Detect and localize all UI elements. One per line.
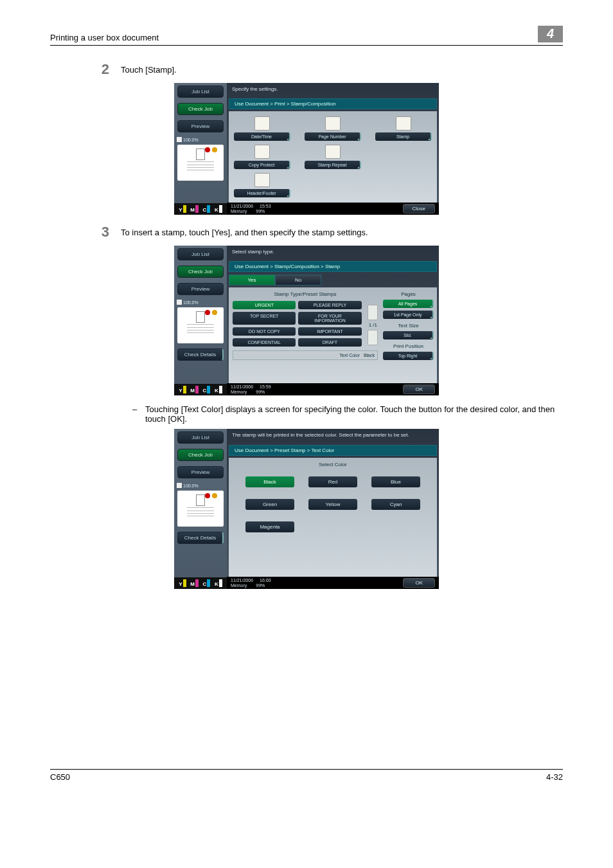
no-button[interactable]: No: [275, 275, 321, 285]
instruction-text: The stamp will be printed in the selecte…: [227, 429, 439, 445]
breadcrumb: Use Document > Stamp/Composition > Stamp: [229, 261, 437, 272]
step-text: Touch [Stamp].: [121, 61, 563, 75]
preview-dot-red: [205, 147, 210, 152]
zoom-icon: [177, 483, 182, 488]
footer-model: C650: [50, 772, 70, 782]
preview-thumbnail: [177, 491, 224, 527]
step-number: 2: [50, 61, 121, 78]
preview-button[interactable]: Preview: [177, 120, 224, 132]
footer-mem-value: 99%: [256, 583, 265, 588]
job-list-button[interactable]: Job List: [177, 86, 224, 98]
footer-mem-value: 99%: [256, 390, 265, 395]
print-position-button[interactable]: Top Right: [383, 352, 434, 360]
footer-mem-label: Memory: [231, 583, 247, 588]
page-down-button[interactable]: [368, 330, 378, 345]
preview-button[interactable]: Preview: [177, 283, 224, 295]
footer-date: 11/21/2006: [231, 578, 253, 583]
preset-urgent[interactable]: URGENT: [233, 301, 296, 309]
panel-stamp-settings: Job List Check Job Preview 100.0% Check …: [174, 246, 439, 395]
preset-confidential[interactable]: CONFIDENTIAL: [233, 338, 296, 347]
text-color-label: Text Color: [339, 353, 360, 357]
text-size-button[interactable]: Std.: [383, 331, 434, 339]
copyprotect-icon: [254, 145, 270, 159]
preview-dot-yellow: [212, 147, 217, 152]
footer-time: 16:00: [260, 578, 271, 583]
print-position-heading: Print Position: [383, 343, 434, 349]
color-cyan-button[interactable]: Cyan: [371, 499, 420, 510]
preset-topsecret[interactable]: TOP SECRET: [233, 312, 296, 325]
preset-important[interactable]: IMPORTANT: [298, 327, 361, 336]
text-color-value: Black: [364, 353, 375, 357]
ok-button[interactable]: OK: [403, 384, 435, 394]
select-color-heading: Select Color: [229, 458, 437, 470]
headerfooter-button[interactable]: Header/Footer: [234, 189, 290, 197]
preset-donotcopy[interactable]: DO NOT COPY: [233, 327, 296, 336]
footer-page-number: 4-32: [546, 772, 563, 782]
color-blue-button[interactable]: Blue: [371, 476, 420, 487]
color-black-button[interactable]: Black: [245, 476, 294, 487]
datetime-icon: [254, 116, 270, 131]
check-job-button[interactable]: Check Job: [177, 449, 224, 461]
pagenumber-icon: [325, 116, 341, 131]
preview-button[interactable]: Preview: [177, 466, 224, 478]
text-color-row: Text Color Black: [233, 350, 378, 360]
step-2: 2 Touch [Stamp].: [50, 61, 563, 78]
page-up-button[interactable]: [368, 305, 378, 320]
zoom-icon: [177, 300, 182, 305]
panel-footer: 11/21/200615:53 Memory99% Close: [227, 203, 439, 215]
check-job-button[interactable]: Check Job: [177, 103, 224, 115]
stamprepeat-button[interactable]: Stamp Repeat: [305, 161, 361, 169]
stamp-type-heading: Stamp Type/Preset Stamps: [230, 289, 380, 298]
page-header-title: Printing a user box document: [50, 33, 159, 42]
all-pages-button[interactable]: All Pages: [383, 300, 434, 308]
footer-date: 11/21/2006: [231, 204, 253, 209]
toner-levels: Y M C K: [174, 384, 227, 395]
pagenumber-button[interactable]: Page Number: [305, 132, 361, 141]
text-size-heading: Text Size: [383, 323, 434, 329]
toner-levels: Y M C K: [174, 577, 227, 589]
first-page-only-button[interactable]: 1st Page Only: [383, 311, 434, 319]
footer-time: 15:59: [260, 384, 271, 390]
datetime-button[interactable]: Date/Time: [234, 132, 290, 141]
check-details-button[interactable]: Check Details: [177, 348, 224, 361]
footer-mem-label: Memory: [231, 390, 247, 395]
pages-heading: Pages: [383, 291, 434, 297]
preview-page-icon: [196, 149, 205, 160]
zoom-indicator: 100.0%: [177, 137, 224, 142]
substep-text-color: – Touching [Text Color] displays a scree…: [132, 404, 563, 424]
stamp-button[interactable]: Stamp: [375, 132, 432, 141]
step-3: 3 To insert a stamp, touch [Yes], and th…: [50, 224, 563, 240]
footer-mem-value: 99%: [256, 209, 265, 214]
job-list-button[interactable]: Job List: [177, 248, 224, 260]
panel-stamp-composition: Job List Check Job Preview 100.0% Y: [174, 83, 439, 215]
color-yellow-button[interactable]: Yellow: [308, 499, 357, 510]
zoom-value: 100.0%: [183, 138, 199, 142]
check-details-button[interactable]: Check Details: [177, 532, 224, 544]
breadcrumb: Use Document > Preset Stamp > Text Color: [229, 445, 437, 456]
ok-button[interactable]: OK: [403, 578, 435, 588]
check-job-button[interactable]: Check Job: [177, 266, 224, 278]
footer-time: 15:53: [260, 204, 271, 209]
zoom-icon: [177, 137, 182, 142]
chapter-number: 4: [538, 26, 563, 42]
color-magenta-button[interactable]: Magenta: [245, 521, 294, 532]
page-header: Printing a user box document 4: [50, 26, 563, 46]
copyprotect-button[interactable]: Copy Protect: [234, 161, 290, 169]
preset-fyi[interactable]: FOR YOUR INFORMATION: [298, 312, 361, 325]
preview-thumbnail: [177, 145, 224, 181]
color-green-button[interactable]: Green: [245, 499, 294, 510]
stamprepeat-icon: [325, 145, 341, 159]
headerfooter-icon: [254, 173, 270, 187]
dash: –: [132, 404, 145, 414]
footer-date: 11/21/2006: [231, 384, 253, 390]
yes-button[interactable]: Yes: [229, 275, 275, 285]
color-red-button[interactable]: Red: [308, 476, 357, 487]
page-footer: C650 4-32: [50, 769, 563, 782]
preset-draft[interactable]: DRAFT: [298, 338, 361, 347]
stamp-icon: [396, 116, 411, 131]
job-list-button[interactable]: Job List: [177, 431, 224, 444]
breadcrumb: Use Document > Print > Stamp/Composition: [229, 98, 437, 109]
substep-text: Touching [Text Color] displays a screen …: [145, 404, 563, 424]
preset-pleasereply[interactable]: PLEASE REPLY: [298, 301, 361, 309]
close-button[interactable]: Close: [403, 204, 435, 213]
